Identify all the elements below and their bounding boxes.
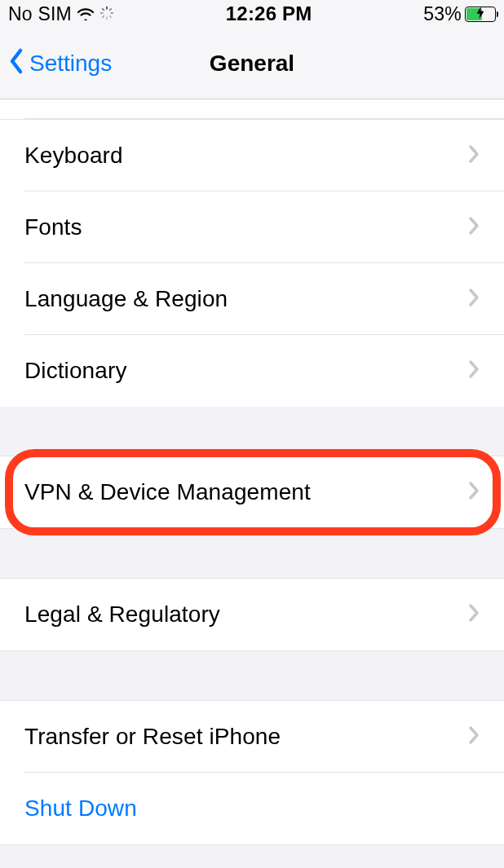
page-title: General: [210, 51, 294, 77]
highlight-wrap: VPN & Device Management: [0, 456, 504, 529]
status-right: 53%: [423, 3, 496, 25]
svg-line-5: [109, 15, 111, 17]
chevron-right-icon: [468, 603, 480, 626]
svg-line-4: [103, 8, 104, 10]
nav-bar: Settings General: [0, 28, 504, 99]
loading-spinner-icon: [99, 3, 114, 25]
battery-percent: 53%: [423, 3, 462, 25]
row-label: Shut Down: [24, 795, 480, 822]
row-legal-regulatory[interactable]: Legal & Regulatory: [0, 579, 504, 650]
row-transfer-reset[interactable]: Transfer or Reset iPhone: [0, 701, 504, 773]
row-label: Keyboard: [24, 143, 468, 169]
row-keyboard[interactable]: Keyboard: [0, 120, 504, 192]
row-label: Dictionary: [24, 358, 468, 384]
settings-group-2: VPN & Device Management: [0, 456, 504, 529]
status-bar: No SIM 12:26 P: [0, 0, 504, 28]
row-label: Fonts: [24, 214, 468, 240]
row-label: Transfer or Reset iPhone: [24, 724, 468, 750]
wifi-icon: [77, 3, 95, 25]
charging-bolt-icon: [477, 7, 484, 20]
status-time: 12:26 PM: [226, 2, 312, 25]
row-language-region[interactable]: Language & Region: [0, 263, 504, 335]
row-fonts[interactable]: Fonts: [0, 192, 504, 263]
battery-icon: [465, 7, 496, 22]
row-vpn-device-management[interactable]: VPN & Device Management: [0, 456, 504, 528]
svg-line-7: [109, 8, 111, 10]
chevron-right-icon: [468, 725, 480, 748]
settings-group-1: Keyboard Fonts Language & Region Diction…: [0, 120, 504, 407]
carrier-text: No SIM: [8, 3, 72, 25]
row-label: Language & Region: [24, 286, 468, 312]
settings-group-3: Legal & Regulatory: [0, 578, 504, 651]
row-shut-down[interactable]: Shut Down: [0, 773, 504, 844]
chevron-right-icon: [468, 481, 480, 504]
chevron-left-icon: [8, 47, 24, 79]
back-label: Settings: [29, 51, 112, 77]
svg-line-6: [103, 15, 104, 17]
row-label: VPN & Device Management: [24, 479, 468, 505]
chevron-right-icon: [468, 144, 480, 167]
group-gap: [0, 529, 504, 578]
chevron-right-icon: [468, 216, 480, 239]
status-left: No SIM: [8, 3, 114, 25]
partial-row-above: [0, 99, 504, 120]
group-gap: [0, 407, 504, 456]
row-label: Legal & Regulatory: [24, 601, 468, 628]
settings-group-4: Transfer or Reset iPhone Shut Down: [0, 700, 504, 845]
chevron-right-icon: [468, 288, 480, 311]
chevron-right-icon: [468, 359, 480, 382]
back-button[interactable]: Settings: [0, 47, 112, 79]
row-dictionary[interactable]: Dictionary: [0, 335, 504, 407]
group-gap: [0, 651, 504, 700]
